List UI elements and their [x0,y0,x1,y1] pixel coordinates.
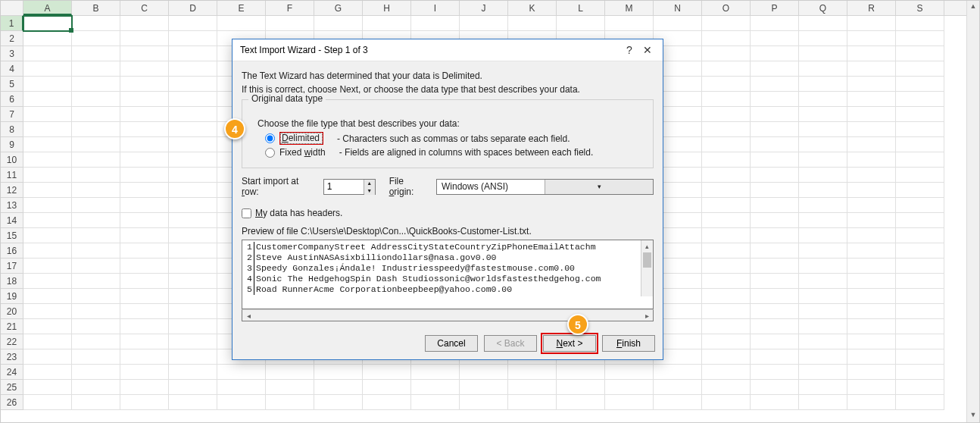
cell-R17[interactable] [847,258,896,274]
cell-C10[interactable] [120,152,169,168]
cell-C1[interactable] [120,16,169,31]
cell-Q9[interactable] [799,137,847,152]
cell-O5[interactable] [702,77,751,92]
cell-B13[interactable] [72,198,120,213]
column-header-A[interactable]: A [23,1,72,15]
scroll-right-icon[interactable]: ▸ [641,312,653,320]
cell-R9[interactable] [847,137,896,152]
cell-M26[interactable] [605,395,654,410]
cell-B25[interactable] [72,380,120,395]
column-header-Q[interactable]: Q [799,1,847,15]
radio-delimited-label[interactable]: Delimited [279,132,323,145]
column-header-R[interactable]: R [847,1,896,15]
cell-D19[interactable] [169,289,217,304]
row-header-26[interactable]: 26 [1,395,23,410]
cell-D1[interactable] [169,16,217,31]
cell-B22[interactable] [72,334,120,349]
row-header-19[interactable]: 19 [1,289,23,304]
cell-Q21[interactable] [799,319,847,334]
cell-B6[interactable] [72,92,120,107]
cell-C26[interactable] [120,395,169,410]
cell-H25[interactable] [363,380,411,395]
cell-P16[interactable] [751,243,799,258]
cell-Q24[interactable] [799,365,847,380]
cell-D20[interactable] [169,304,217,319]
cell-S4[interactable] [896,61,944,77]
cell-C2[interactable] [120,31,169,46]
cell-Q8[interactable] [799,122,847,137]
scroll-up-icon[interactable]: ▴ [641,240,653,252]
cell-N26[interactable] [654,395,702,410]
cell-N25[interactable] [654,380,702,395]
cell-B21[interactable] [72,319,120,334]
cell-C6[interactable] [120,92,169,107]
cell-Q5[interactable] [799,77,847,92]
row-header-13[interactable]: 13 [1,198,23,213]
cell-O19[interactable] [702,289,751,304]
cell-A10[interactable] [23,152,72,168]
headers-checkbox[interactable] [242,208,251,218]
cell-Q19[interactable] [799,289,847,304]
cell-S5[interactable] [896,77,944,92]
start-row-spinner[interactable]: ▲ ▼ [323,179,376,195]
row-header-23[interactable]: 23 [1,349,23,365]
cell-D24[interactable] [169,365,217,380]
cell-O18[interactable] [702,274,751,289]
cell-Q11[interactable] [799,168,847,183]
cell-K1[interactable] [508,16,557,31]
cell-E24[interactable] [217,365,266,380]
cell-P22[interactable] [751,334,799,349]
cell-A16[interactable] [23,243,72,258]
cell-P18[interactable] [751,274,799,289]
cell-A9[interactable] [23,137,72,152]
row-header-2[interactable]: 2 [1,31,23,46]
cell-S7[interactable] [896,107,944,122]
cell-Q15[interactable] [799,228,847,243]
cell-P17[interactable] [751,258,799,274]
cell-D7[interactable] [169,107,217,122]
cell-C16[interactable] [120,243,169,258]
cell-D25[interactable] [169,380,217,395]
cell-A21[interactable] [23,319,72,334]
column-header-O[interactable]: O [702,1,751,15]
cell-D16[interactable] [169,243,217,258]
cell-S10[interactable] [896,152,944,168]
row-header-4[interactable]: 4 [1,61,23,77]
cell-O13[interactable] [702,198,751,213]
cell-D13[interactable] [169,198,217,213]
file-origin-combo[interactable]: Windows (ANSI) ▾ [436,179,654,195]
cell-S25[interactable] [896,380,944,395]
cell-Q17[interactable] [799,258,847,274]
cell-S9[interactable] [896,137,944,152]
cell-S3[interactable] [896,46,944,61]
cell-R10[interactable] [847,152,896,168]
cell-A20[interactable] [23,304,72,319]
cell-O21[interactable] [702,319,751,334]
row-header-1[interactable]: 1 [1,16,23,31]
cell-I26[interactable] [411,395,460,410]
cell-P10[interactable] [751,152,799,168]
cell-Q23[interactable] [799,349,847,365]
cell-A22[interactable] [23,334,72,349]
cell-S18[interactable] [896,274,944,289]
cell-D8[interactable] [169,122,217,137]
cell-S16[interactable] [896,243,944,258]
cell-O14[interactable] [702,213,751,228]
cell-O1[interactable] [702,16,751,31]
cell-R6[interactable] [847,92,896,107]
start-row-input[interactable] [324,180,364,194]
cell-D10[interactable] [169,152,217,168]
column-header-H[interactable]: H [363,1,411,15]
cell-R19[interactable] [847,289,896,304]
cell-R18[interactable] [847,274,896,289]
row-header-11[interactable]: 11 [1,168,23,183]
cell-E25[interactable] [217,380,266,395]
cell-S15[interactable] [896,228,944,243]
cell-P15[interactable] [751,228,799,243]
cell-M25[interactable] [605,380,654,395]
cell-J25[interactable] [460,380,508,395]
cell-G26[interactable] [314,395,363,410]
cell-A11[interactable] [23,168,72,183]
row-header-16[interactable]: 16 [1,243,23,258]
cell-C21[interactable] [120,319,169,334]
